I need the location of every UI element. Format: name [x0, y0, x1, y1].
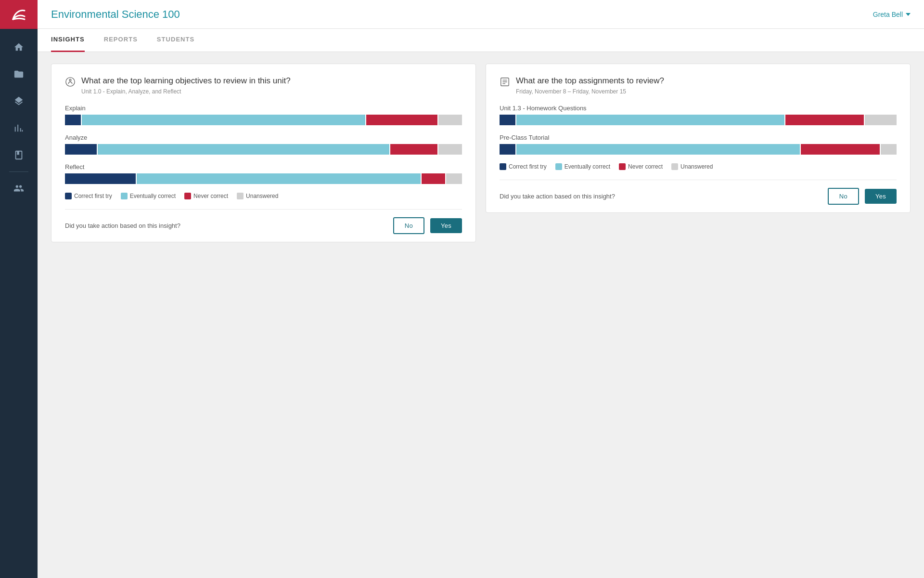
legend-eventually: Eventually correct — [121, 193, 176, 199]
sidebar-item-home[interactable] — [0, 34, 38, 61]
card2-bar-preclass: Pre-Class Tutorial — [500, 134, 897, 155]
card2-no-button[interactable]: No — [828, 188, 859, 205]
card2-legend: Correct first try Eventually correct Nev… — [500, 163, 897, 170]
sidebar-item-layers[interactable] — [0, 88, 38, 115]
card2-legend-unanswered-label: Unanswered — [680, 163, 713, 170]
bar-reflect-never — [422, 173, 445, 184]
bar-reflect-eventually — [137, 173, 421, 184]
swatch-unanswered — [237, 193, 244, 199]
card2-subtitle: Friday, November 8 – Friday, November 15 — [516, 88, 664, 95]
card2-legend-unanswered: Unanswered — [671, 163, 713, 170]
card2-bar-homework: Unit 1.3 - Homework Questions — [500, 105, 897, 125]
card1-action-bar: Did you take action based on this insigh… — [65, 209, 462, 242]
card1-bar-analyze: Analyze — [65, 134, 462, 155]
tab-students[interactable]: STUDENTS — [157, 29, 194, 52]
bar-homework-never — [785, 115, 864, 125]
card-assignments: What are the top assignments to review? … — [486, 64, 911, 213]
bar-reflect-correct — [65, 173, 136, 184]
swatch-never — [184, 193, 191, 199]
card1-header-text: What are the top learning objectives to … — [81, 76, 291, 95]
bar-analyze-unanswered — [438, 144, 462, 155]
tab-reports[interactable]: REPORTS — [104, 29, 138, 52]
sidebar-divider — [9, 171, 28, 172]
svg-point-2 — [69, 79, 71, 81]
swatch-correct-first — [65, 193, 72, 199]
card2-legend-correct-label: Correct first try — [509, 163, 547, 170]
card1-no-button[interactable]: No — [393, 217, 424, 234]
content-area: What are the top learning objectives to … — [38, 52, 924, 578]
app-logo[interactable] — [0, 0, 38, 29]
bar-homework-eventually — [516, 115, 784, 125]
card2-legend-never-label: Never correct — [628, 163, 663, 170]
card1-action-question: Did you take action based on this insigh… — [65, 222, 387, 229]
svg-marker-0 — [906, 13, 911, 16]
bar-label-homework: Unit 1.3 - Homework Questions — [500, 105, 897, 112]
card2-swatch-eventually — [555, 163, 562, 170]
bar-analyze-correct — [65, 144, 97, 155]
bar-preclass-unanswered — [881, 144, 897, 155]
nav-tabs: INSIGHTS REPORTS STUDENTS — [38, 29, 924, 52]
card1-title: What are the top learning objectives to … — [81, 76, 291, 86]
card1-bar-reflect: Reflect — [65, 163, 462, 184]
sidebar-item-folder[interactable] — [0, 61, 38, 88]
card1-yes-button[interactable]: Yes — [430, 218, 462, 233]
bar-preclass-eventually — [516, 144, 800, 155]
bar-explain-never — [366, 115, 437, 125]
sidebar-item-notebook[interactable] — [0, 142, 38, 169]
card2-swatch-correct — [500, 163, 506, 170]
card-learning-objectives: What are the top learning objectives to … — [51, 64, 476, 242]
card1-legend: Correct first try Eventually correct Nev… — [65, 193, 462, 199]
legend-correct-first: Correct first try — [65, 193, 112, 199]
card2-yes-button[interactable]: Yes — [865, 189, 897, 204]
bar-label-reflect: Reflect — [65, 163, 462, 171]
bar-label-explain: Explain — [65, 105, 462, 112]
legend-never: Never correct — [184, 193, 228, 199]
card2-action-question: Did you take action based on this insigh… — [500, 193, 822, 200]
legend-correct-first-label: Correct first try — [74, 193, 112, 199]
bar-preclass-never — [801, 144, 880, 155]
bar-explain-correct — [65, 115, 81, 125]
tab-insights[interactable]: INSIGHTS — [51, 29, 85, 52]
bar-homework-unanswered — [865, 115, 897, 125]
bar-explain-eventually — [82, 115, 366, 125]
objectives-icon — [65, 77, 76, 89]
bar-reflect-unanswered — [446, 173, 462, 184]
card2-legend-eventually: Eventually correct — [555, 163, 610, 170]
sidebar-item-charts[interactable] — [0, 115, 38, 142]
bar-analyze — [65, 144, 462, 155]
bar-homework — [500, 115, 897, 125]
bar-label-preclass: Pre-Class Tutorial — [500, 134, 897, 141]
legend-never-label: Never correct — [193, 193, 228, 199]
card1-bar-explain: Explain — [65, 105, 462, 125]
page-title: Environmental Science 100 — [51, 8, 180, 21]
card2-swatch-never — [619, 163, 626, 170]
legend-eventually-label: Eventually correct — [130, 193, 176, 199]
bar-explain — [65, 115, 462, 125]
assignments-icon — [500, 77, 510, 89]
card2-legend-correct-first: Correct first try — [500, 163, 547, 170]
card2-header: What are the top assignments to review? … — [500, 76, 897, 95]
card1-subtitle: Unit 1.0 - Explain, Analyze, and Reflect — [81, 88, 291, 95]
card2-title: What are the top assignments to review? — [516, 76, 664, 86]
bar-reflect — [65, 173, 462, 184]
main-content: Environmental Science 100 Greta Bell INS… — [38, 0, 924, 578]
bar-homework-correct — [500, 115, 515, 125]
card2-action-bar: Did you take action based on this insigh… — [500, 180, 897, 212]
legend-unanswered-label: Unanswered — [246, 193, 278, 199]
bar-label-analyze: Analyze — [65, 134, 462, 141]
card1-header: What are the top learning objectives to … — [65, 76, 462, 95]
sidebar-item-users[interactable] — [0, 175, 38, 202]
card2-legend-never: Never correct — [619, 163, 663, 170]
swatch-eventually — [121, 193, 128, 199]
bar-analyze-eventually — [98, 144, 389, 155]
user-name: Greta Bell — [873, 11, 903, 18]
bar-preclass — [500, 144, 897, 155]
card2-swatch-unanswered — [671, 163, 678, 170]
bar-explain-unanswered — [438, 115, 462, 125]
card2-header-text: What are the top assignments to review? … — [516, 76, 664, 95]
bar-analyze-never — [390, 144, 437, 155]
header: Environmental Science 100 Greta Bell — [38, 0, 924, 29]
card2-legend-eventually-label: Eventually correct — [565, 163, 610, 170]
user-menu[interactable]: Greta Bell — [873, 11, 911, 18]
bar-preclass-correct — [500, 144, 515, 155]
